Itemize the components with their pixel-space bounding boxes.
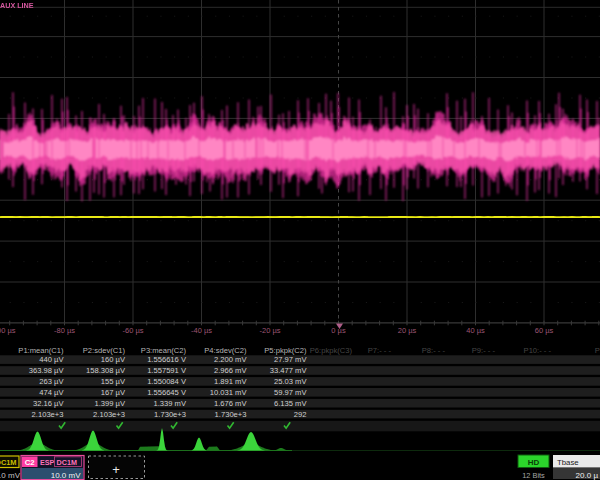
svg-text:59.97 mV: 59.97 mV — [274, 388, 307, 397]
svg-text:2.103e+3: 2.103e+3 — [93, 410, 125, 419]
svg-text:DC1M: DC1M — [57, 458, 77, 467]
svg-text:C2: C2 — [25, 458, 36, 467]
svg-text:160 µV: 160 µV — [101, 355, 126, 364]
svg-text:-80 µs: -80 µs — [54, 326, 75, 335]
svg-text:1.550084 V: 1.550084 V — [147, 377, 187, 386]
svg-text:.0 mV: .0 mV — [0, 471, 21, 480]
svg-text:2.103e+3: 2.103e+3 — [32, 410, 64, 419]
svg-text:2.966 mV: 2.966 mV — [214, 366, 247, 375]
svg-text:P1: P1 — [595, 346, 600, 355]
svg-text:155 µV: 155 µV — [101, 377, 126, 386]
svg-text:P10:- - -: P10:- - - — [524, 346, 552, 355]
svg-text:HD: HD — [528, 458, 540, 467]
svg-text:12 Bits: 12 Bits — [522, 471, 545, 480]
svg-text:1.730e+3: 1.730e+3 — [154, 410, 186, 419]
svg-text:363.98 µV: 363.98 µV — [29, 366, 65, 375]
svg-text:ESP: ESP — [40, 458, 55, 467]
svg-text:20.0 µ: 20.0 µ — [576, 471, 599, 480]
svg-text:25.03 mV: 25.03 mV — [274, 377, 307, 386]
svg-text:167 µV: 167 µV — [101, 388, 126, 397]
svg-text:27.97 mV: 27.97 mV — [274, 355, 307, 364]
svg-text:33.477 mV: 33.477 mV — [270, 366, 308, 375]
svg-text:P3:mean(C2): P3:mean(C2) — [141, 346, 187, 355]
svg-text:P9:- - -: P9:- - - — [472, 346, 496, 355]
svg-text:P1:mean(C1): P1:mean(C1) — [18, 346, 64, 355]
svg-text:440 µV: 440 µV — [39, 355, 64, 364]
svg-text:474 µV: 474 µV — [39, 388, 64, 397]
svg-text:40 µs: 40 µs — [466, 326, 485, 335]
svg-text:292: 292 — [294, 410, 307, 419]
svg-text:P8:- - -: P8:- - - — [422, 346, 446, 355]
svg-text:-40 µs: -40 µs — [191, 326, 212, 335]
svg-text:2.200 mV: 2.200 mV — [214, 355, 247, 364]
svg-text:1.556645 V: 1.556645 V — [147, 388, 187, 397]
svg-text:32.16 µV: 32.16 µV — [33, 399, 64, 408]
svg-text:-100 µs: -100 µs — [0, 326, 16, 335]
svg-text:20 µs: 20 µs — [398, 326, 417, 335]
svg-text:263 µV: 263 µV — [39, 377, 64, 386]
svg-text:10.0 mV: 10.0 mV — [51, 471, 81, 480]
svg-text:AUX LINE: AUX LINE — [0, 1, 34, 10]
svg-text:1.730e+3: 1.730e+3 — [215, 410, 247, 419]
svg-text:P7:- - -: P7:- - - — [368, 346, 392, 355]
svg-text:P5:pkpk(C2): P5:pkpk(C2) — [264, 346, 307, 355]
svg-text:+: + — [112, 462, 120, 477]
svg-text:-20 µs: -20 µs — [260, 326, 281, 335]
svg-text:1.556616 V: 1.556616 V — [147, 355, 187, 364]
svg-text:10.031 mV: 10.031 mV — [210, 388, 248, 397]
svg-text:P2:sdev(C1): P2:sdev(C1) — [83, 346, 126, 355]
svg-text:1.676 mV: 1.676 mV — [214, 399, 247, 408]
svg-text:1.891 mV: 1.891 mV — [214, 377, 247, 386]
svg-text:Tbase: Tbase — [557, 458, 579, 467]
svg-text:158.308 µV: 158.308 µV — [86, 366, 126, 375]
svg-text:P4:sdev(C2): P4:sdev(C2) — [204, 346, 247, 355]
svg-text:1.557591 V: 1.557591 V — [147, 366, 187, 375]
svg-text:P6:pkpk(C3): P6:pkpk(C3) — [310, 346, 353, 355]
svg-text:1.339 mV: 1.339 mV — [153, 399, 186, 408]
svg-text:60 µs: 60 µs — [535, 326, 554, 335]
svg-text:1.399 µV: 1.399 µV — [94, 399, 125, 408]
svg-text:-60 µs: -60 µs — [123, 326, 144, 335]
svg-text:DC1M: DC1M — [0, 458, 17, 467]
svg-text:6.135 mV: 6.135 mV — [274, 399, 307, 408]
